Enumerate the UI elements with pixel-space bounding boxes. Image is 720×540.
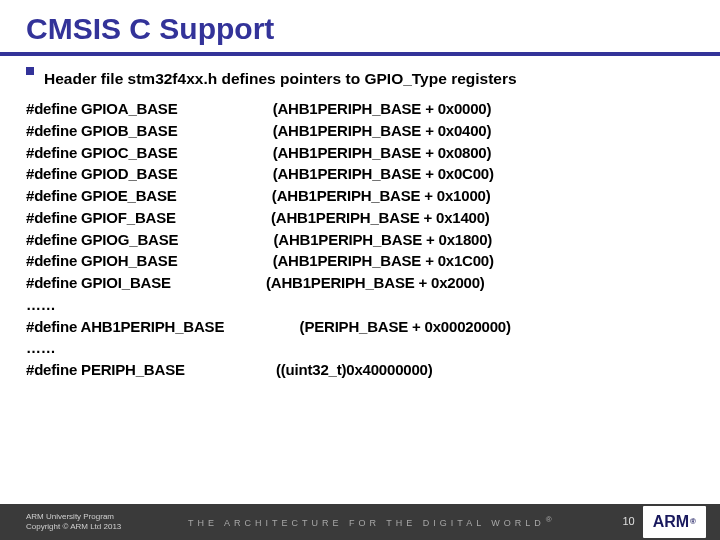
footer-line2: Copyright © ARM Ltd 2013 <box>26 522 121 532</box>
footer-line1: ARM University Program <box>26 512 121 522</box>
bullet-icon <box>26 67 34 75</box>
footer-tagline: THE ARCHITECTURE FOR THE DIGITAL WORLD® <box>121 515 622 529</box>
bullet-item: Header file stm32f4xx.h defines pointers… <box>26 70 694 88</box>
bullet-text: Header file stm32f4xx.h defines pointers… <box>44 70 517 88</box>
title-rule <box>0 52 720 56</box>
slide-content: Header file stm32f4xx.h defines pointers… <box>0 70 720 381</box>
arm-logo: ARM® <box>643 506 706 538</box>
page-number: 10 <box>622 515 642 528</box>
slide-footer: ARM University Program Copyright © ARM L… <box>0 504 720 540</box>
slide-title: CMSIS C Support <box>0 0 720 52</box>
footer-credit: ARM University Program Copyright © ARM L… <box>0 512 121 531</box>
code-block: #define GPIOA_BASE (AHB1PERIPH_BASE + 0x… <box>26 98 694 381</box>
slide: CMSIS C Support Header file stm32f4xx.h … <box>0 0 720 540</box>
